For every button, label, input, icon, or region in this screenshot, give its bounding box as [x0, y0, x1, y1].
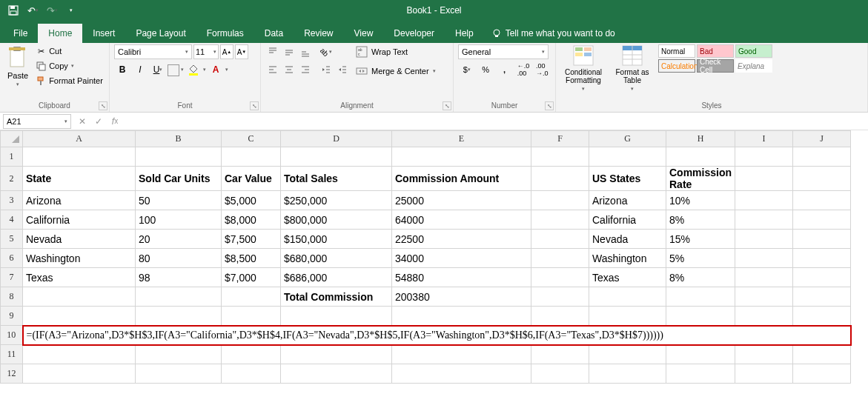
style-explanatory[interactable]: Explana: [735, 59, 772, 73]
cell-E4[interactable]: 64000: [392, 210, 531, 230]
cell-I9[interactable]: [735, 307, 793, 326]
row-header-10[interactable]: 10: [1, 326, 23, 345]
chevron-down-icon[interactable]: ▾: [203, 67, 206, 73]
style-calculation[interactable]: Calculation: [658, 59, 695, 73]
cell-C8[interactable]: [222, 287, 281, 307]
cell-B8[interactable]: [136, 287, 222, 307]
merge-center-button[interactable]: Merge & Center ▾: [354, 64, 437, 78]
cell-E6[interactable]: 34000: [392, 249, 531, 268]
number-format-select[interactable]: General ▾: [458, 44, 549, 59]
row-header-12[interactable]: 12: [1, 364, 23, 384]
tab-developer[interactable]: Developer: [383, 24, 445, 43]
cell-H4[interactable]: 8%: [666, 210, 735, 230]
cell-A9[interactable]: [23, 307, 136, 326]
cell-G11[interactable]: [589, 345, 666, 364]
increase-font-button[interactable]: A▲: [220, 44, 233, 59]
decrease-decimal-button[interactable]: .00→.0: [534, 62, 551, 77]
cell-F5[interactable]: [531, 230, 589, 249]
cell-E5[interactable]: 22500: [392, 230, 531, 249]
cell-D11[interactable]: [281, 345, 392, 364]
align-bottom-button[interactable]: [298, 44, 313, 59]
cell-A3[interactable]: Arizona: [23, 191, 136, 210]
cell-E2[interactable]: Commission Amount: [392, 167, 531, 191]
cell-E7[interactable]: 54880: [392, 268, 531, 287]
cell-H3[interactable]: 10%: [666, 191, 735, 210]
chevron-down-icon[interactable]: ▾: [225, 67, 228, 73]
cell-I5[interactable]: [735, 230, 793, 249]
cell-I2[interactable]: [735, 167, 793, 191]
cell-F3[interactable]: [531, 191, 589, 210]
cell-F6[interactable]: [531, 249, 589, 268]
cell-A2[interactable]: State: [23, 167, 136, 191]
save-icon[interactable]: [6, 3, 21, 18]
borders-button[interactable]: [168, 64, 179, 76]
cell-B3[interactable]: 50: [136, 191, 222, 210]
cell-H8[interactable]: [666, 287, 735, 307]
cell-C6[interactable]: $8,500: [222, 249, 281, 268]
cell-B6[interactable]: 80: [136, 249, 222, 268]
align-right-button[interactable]: [298, 62, 313, 77]
font-launcher[interactable]: ⤡: [250, 101, 259, 110]
cell-I8[interactable]: [735, 287, 793, 307]
cell-A8[interactable]: [23, 287, 136, 307]
cell-G8[interactable]: [589, 287, 666, 307]
cell-I11[interactable]: [735, 345, 793, 364]
row-header-3[interactable]: 3: [1, 191, 23, 210]
cell-J3[interactable]: [793, 191, 851, 210]
paste-button[interactable]: Paste ▾: [4, 44, 31, 89]
fill-color-button[interactable]: [185, 62, 202, 77]
cell-G4[interactable]: California: [589, 210, 666, 230]
cell-B1[interactable]: [136, 147, 222, 167]
tab-home[interactable]: Home: [38, 24, 82, 43]
cell-J1[interactable]: [793, 147, 851, 167]
cell-D9[interactable]: [281, 307, 392, 326]
tab-data[interactable]: Data: [254, 24, 294, 43]
wrap-text-button[interactable]: abc Wrap Text: [354, 44, 437, 59]
col-header-G[interactable]: G: [589, 131, 666, 147]
row-header-7[interactable]: 7: [1, 268, 23, 287]
cell-G2[interactable]: US States: [589, 167, 666, 191]
cell-E1[interactable]: [392, 147, 531, 167]
alignment-launcher[interactable]: ⤡: [443, 101, 451, 110]
cell-J6[interactable]: [793, 249, 851, 268]
tab-page-layout[interactable]: Page Layout: [125, 24, 196, 43]
qat-customize-icon[interactable]: ▾: [64, 3, 79, 18]
cell-F2[interactable]: [531, 167, 589, 191]
decrease-font-button[interactable]: A▼: [235, 44, 248, 59]
cell-A5[interactable]: Nevada: [23, 230, 136, 249]
accounting-format-button[interactable]: $▾: [458, 62, 475, 77]
cell-B9[interactable]: [136, 307, 222, 326]
cell-G5[interactable]: Nevada: [589, 230, 666, 249]
cell-E3[interactable]: 25000: [392, 191, 531, 210]
col-header-C[interactable]: C: [222, 131, 281, 147]
cell-F11[interactable]: [531, 345, 589, 364]
cell-I3[interactable]: [735, 191, 793, 210]
cell-F12[interactable]: [531, 364, 589, 384]
cell-H7[interactable]: 8%: [666, 268, 735, 287]
comma-format-button[interactable]: ,: [496, 62, 513, 77]
cell-B4[interactable]: 100: [136, 210, 222, 230]
enter-formula-button[interactable]: ✓: [90, 114, 107, 129]
name-box[interactable]: A21 ▾: [3, 114, 71, 129]
cell-C11[interactable]: [222, 345, 281, 364]
cell-G3[interactable]: Arizona: [589, 191, 666, 210]
cell-D7[interactable]: $686,000: [281, 268, 392, 287]
col-header-E[interactable]: E: [392, 131, 531, 147]
cell-D4[interactable]: $800,000: [281, 210, 392, 230]
cell-I4[interactable]: [735, 210, 793, 230]
number-launcher[interactable]: ⤡: [545, 101, 554, 110]
cell-I7[interactable]: [735, 268, 793, 287]
tab-file[interactable]: File: [3, 24, 38, 43]
cell-G7[interactable]: Texas: [589, 268, 666, 287]
cell-D3[interactable]: $250,000: [281, 191, 392, 210]
cell-D1[interactable]: [281, 147, 392, 167]
cell-C3[interactable]: $5,000: [222, 191, 281, 210]
cell-A10-formula[interactable]: =(IF(A3="Arizona",D3*$H$3,IF(A3="Califor…: [23, 326, 851, 345]
col-header-F[interactable]: F: [531, 131, 589, 147]
cell-E12[interactable]: [392, 364, 531, 384]
cell-C5[interactable]: $7,500: [222, 230, 281, 249]
cell-G6[interactable]: Washington: [589, 249, 666, 268]
chevron-down-icon[interactable]: ▾: [181, 67, 184, 73]
cell-A6[interactable]: Washington: [23, 249, 136, 268]
cell-J5[interactable]: [793, 230, 851, 249]
